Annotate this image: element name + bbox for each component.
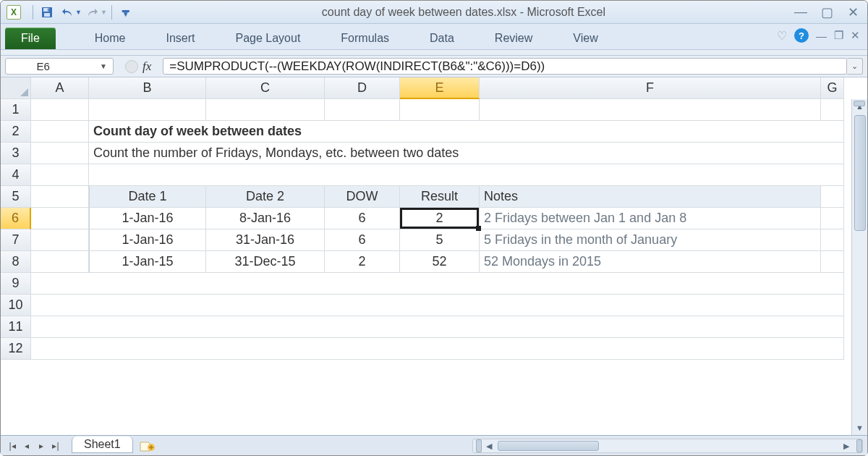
cell-A4[interactable] [31,164,89,186]
help-button[interactable]: ? [794,28,809,43]
cell-B8[interactable]: 1-Jan-15 [89,251,206,273]
cell-B7[interactable]: 1-Jan-16 [89,229,206,251]
maximize-button[interactable]: ▢ [818,4,835,20]
cell-D1[interactable] [325,99,400,121]
hsplit-handle-left[interactable] [476,439,482,452]
cell-B1[interactable] [89,99,206,121]
minimize-button[interactable]: — [792,4,809,20]
row-header-10[interactable]: 10 [1,295,31,316]
row-header-12[interactable]: 12 [1,338,31,360]
vertical-scrollbar[interactable]: ▲ ▼ [851,99,867,435]
cell-E1[interactable] [400,99,480,121]
subheading-cell[interactable]: Count the number of Fridays, Mondays, et… [89,143,844,164]
tab-formulas[interactable]: Formulas [320,28,409,49]
ribbon-expand-icon[interactable]: ♡ [777,29,787,43]
row-header-1[interactable]: 1 [1,99,31,121]
col-header-F[interactable]: F [480,77,821,99]
cell-G1[interactable] [821,99,844,121]
cell-A2[interactable] [31,121,89,143]
hscroll-track[interactable] [496,439,839,452]
cell-D8[interactable]: 2 [325,251,400,273]
th-dow[interactable]: DOW [325,186,400,208]
chevron-down-icon[interactable]: ▼ [100,62,107,70]
cell-C6[interactable]: 8-Jan-16 [206,208,325,229]
fx-icon[interactable]: fx [142,59,151,74]
heading-cell[interactable]: Count day of week between dates [89,121,844,143]
col-header-C[interactable]: C [206,77,325,99]
th-date2[interactable]: Date 2 [206,186,325,208]
cell-B6[interactable]: 1-Jan-16 [89,208,206,229]
cell-D7[interactable]: 6 [325,229,400,251]
cell-G6[interactable] [821,208,844,229]
cell-F1[interactable] [480,99,821,121]
row-header-4[interactable]: 4 [1,164,31,186]
new-sheet-button[interactable] [137,439,158,453]
th-date1[interactable]: Date 1 [89,186,206,208]
hscroll-thumb[interactable] [498,441,599,451]
cell-C8[interactable]: 31-Dec-15 [206,251,325,273]
close-button[interactable]: ✕ [844,4,861,20]
cell-G5[interactable] [821,186,844,208]
row-header-2[interactable]: 2 [1,121,31,143]
tab-data[interactable]: Data [409,28,475,49]
cell-F7[interactable]: 5 Fridays in the month of January [480,229,821,251]
row-header-5[interactable]: 5 [1,186,31,208]
excel-icon[interactable]: X [7,5,21,20]
file-tab[interactable]: File [5,28,56,49]
formula-bar[interactable]: =SUMPRODUCT(--(WEEKDAY(ROW(INDIRECT(B6&"… [163,58,847,75]
vertical-scrollbar-thumb[interactable] [854,115,866,231]
cell-G7[interactable] [821,229,844,251]
tab-view[interactable]: View [553,28,618,49]
undo-button[interactable] [58,4,77,21]
tab-page-layout[interactable]: Page Layout [215,28,320,49]
doc-close-button[interactable]: ✕ [851,29,860,42]
cell-C7[interactable]: 31-Jan-16 [206,229,325,251]
cell-A7[interactable] [31,229,89,251]
col-header-E[interactable]: E [400,77,480,99]
row-header-7[interactable]: 7 [1,229,31,251]
cell-blank-4[interactable] [89,164,844,186]
cell-A5[interactable] [31,186,89,208]
sheet-tab-sheet1[interactable]: Sheet1 [72,436,133,453]
row-header-11[interactable]: 11 [1,316,31,338]
redo-button[interactable] [83,4,102,21]
cell-A1[interactable] [31,99,89,121]
cell-D6[interactable]: 6 [325,208,400,229]
hsplit-handle-right[interactable] [856,439,862,452]
grid[interactable]: A B C D E F G 1 2 Count day of week betw… [1,77,867,435]
tab-home[interactable]: Home [75,28,146,49]
col-header-A[interactable]: A [31,77,89,99]
scroll-left-button[interactable]: ◀ [482,442,496,451]
cell-A3[interactable] [31,143,89,164]
cell-F8[interactable]: 52 Mondays in 2015 [480,251,821,273]
scroll-down-button[interactable]: ▼ [852,421,867,435]
tab-insert[interactable]: Insert [145,28,215,49]
row-header-8[interactable]: 8 [1,251,31,273]
row-11-cells[interactable] [31,316,844,338]
row-header-3[interactable]: 3 [1,143,31,164]
th-result[interactable]: Result [400,186,480,208]
cell-E8[interactable]: 52 [400,251,480,273]
doc-restore-button[interactable]: ❐ [834,29,843,42]
th-notes[interactable]: Notes [480,186,821,208]
row-header-9[interactable]: 9 [1,273,31,295]
cell-E6[interactable]: 2 [400,208,480,229]
col-header-G[interactable]: G [821,77,844,99]
cancel-formula-button[interactable] [125,60,138,73]
split-handle[interactable] [854,101,865,106]
row-10-cells[interactable] [31,295,844,316]
cell-A6[interactable] [31,208,89,229]
cell-E7[interactable]: 5 [400,229,480,251]
cell-C1[interactable] [206,99,325,121]
formula-bar-expand[interactable]: ⌄ [847,58,863,75]
qat-customize-button[interactable]: ▬▼ [116,4,135,21]
sheet-prev-button[interactable]: ◂ [20,439,34,453]
row-12-cells[interactable] [31,338,844,360]
sheet-first-button[interactable]: |◂ [5,439,20,453]
tab-review[interactable]: Review [475,28,553,49]
cell-G8[interactable] [821,251,844,273]
doc-minimize-button[interactable]: — [816,30,827,42]
horizontal-scrollbar[interactable]: ◀ ▶ [472,439,863,453]
cell-A8[interactable] [31,251,89,273]
row-header-6[interactable]: 6 [1,208,31,229]
